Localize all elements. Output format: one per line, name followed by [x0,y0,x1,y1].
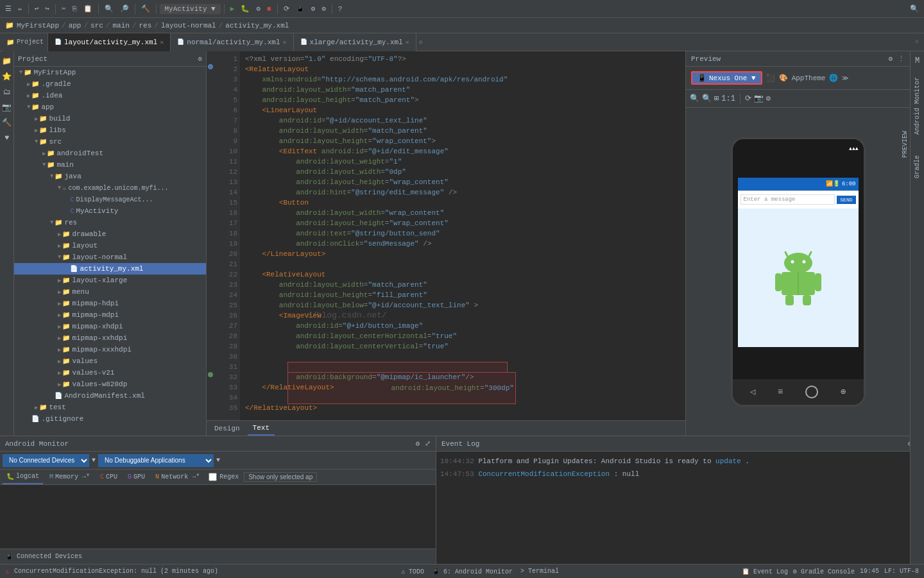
zoom-actual-icon[interactable]: 1:1 [721,94,735,103]
toolbar-activity-dropdown[interactable]: MyActivity ▼ [160,4,221,14]
tab-close-3[interactable]: ✕ [406,38,409,46]
show-only-selected-btn[interactable]: Show only selected ap [244,472,317,482]
toolbar-btn-cut[interactable]: ✂ [59,3,69,14]
tree-item-gitignore[interactable]: ▶ 📄 .gitignore [14,413,206,425]
breadcrumb-layout-normal[interactable]: layout-normal [161,22,216,30]
preview-settings-icon[interactable]: ⚙ [888,55,893,63]
tree-item-mipmap-xhdpi[interactable]: ▶ 📁 mipmap-xhdpi [14,321,206,332]
toolbar-btn-copy[interactable]: ⎘ [70,4,80,14]
breadcrumb-file[interactable]: activity_my.xml [225,22,289,30]
zoom-fit-icon[interactable]: ⊞ [714,94,719,103]
screenshot-icon[interactable]: 📷 [754,94,764,103]
todo-tab[interactable]: ⚠ TODO [401,568,424,575]
menu-icon[interactable]: ≡ [778,387,783,397]
locale-icon[interactable]: 🌐 [829,74,838,82]
tree-item-layout[interactable]: ▶ 📁 layout [14,240,206,251]
cpu-tab[interactable]: C CPU [96,470,121,484]
tree-item-src[interactable]: ▼ 📁 src [14,136,206,148]
app-dropdown-chevron[interactable]: ▼ [216,457,220,464]
editor-content[interactable]: 1234567891011121314151617181920212223242… [207,51,685,420]
zoom-in-icon[interactable]: 🔍 [690,94,699,103]
tab-text[interactable]: Text [248,421,275,436]
event-log-tab[interactable]: 📋 Event Log [742,568,788,575]
tab-normal-activity[interactable]: 📄 normal/activity_my.xml ✕ [171,33,293,51]
toolbar-btn-paste[interactable]: 📋 [81,3,95,14]
message-input[interactable]: Enter a message [740,194,835,205]
tree-item-build[interactable]: ▶ 📁 build [14,113,206,124]
tab-layout-activity[interactable]: 📄 layout/activity_my.xml ✕ [48,33,171,51]
preview-label[interactable]: PREVIEW [900,128,910,160]
tree-item-androidtest[interactable]: ▶ 📁 androidTest [14,148,206,159]
tree-item-activity-xml[interactable]: ▶ 📄 activity_my.xml [14,263,206,275]
toolbar-btn-debug[interactable]: 🐛 [238,3,252,14]
more-options-icon[interactable]: ≫ [842,74,848,82]
device-selector[interactable]: 📱 Nexus One ▼ [691,71,762,85]
tree-item-layout-xlarge[interactable]: ▶ 📁 layout-xlarge [14,275,206,286]
tree-item-mipmap-hdpi[interactable]: ▶ 📁 mipmap-hdpi [14,298,206,309]
tree-item-res[interactable]: ▼ 📁 res [14,217,206,228]
tree-item-gradle[interactable]: ▶ 📁 .gradle [14,78,206,90]
monitor-expand-icon[interactable]: ⤢ [425,439,431,448]
toolbar-icon-edit[interactable]: ✏ [15,3,25,14]
tree-item-main[interactable]: ▼ 📁 main [14,159,206,171]
breadcrumb-src[interactable]: src [90,22,103,30]
tab-design[interactable]: Design [209,421,245,436]
toolbar-btn-run[interactable]: ▶ [228,3,237,14]
tree-item-libs[interactable]: ▶ 📁 libs [14,124,206,136]
code-content[interactable]: <?xml version="1.0" encoding="UTF-8"?> <… [240,51,685,420]
side-favorites-icon[interactable]: ⭐ [0,69,14,83]
tree-item-layout-normal[interactable]: ▼ 📁 layout-normal [14,251,206,263]
breadcrumb-project[interactable]: MyFirstApp [17,22,59,30]
tree-item-myfirstapp[interactable]: ▼ 📁 MyFirstApp [14,67,206,78]
theme-icon[interactable]: 🎨 [779,74,788,82]
side-capture-icon[interactable]: 📷 [0,100,14,114]
terminal-tab[interactable]: > Terminal [520,568,559,575]
tree-item-menu[interactable]: ▶ 📁 menu [14,286,206,298]
event-update-link[interactable]: update [715,457,741,465]
settings-icon[interactable]: ⚙ [766,94,771,103]
toolbar-btn-avd[interactable]: 📱 [293,3,307,14]
tree-item-mipmap-xxxhdpi[interactable]: ▶ 📁 mipmap-xxxhdpi [14,344,206,355]
api-selector-icon[interactable]: ⬛ [766,74,775,82]
toolbar-btn-help[interactable]: ? [336,4,345,14]
tree-item-values[interactable]: ▶ 📁 values [14,355,206,367]
breadcrumb-app[interactable]: app [69,22,81,30]
tree-item-values-v21[interactable]: ▶ 📁 values-v21 [14,367,206,378]
tree-item-test[interactable]: ▶ 📁 test [14,402,206,413]
gradle-side-label[interactable]: Gradle [914,153,921,181]
maven-icon[interactable]: M [911,54,925,68]
gradle-console-tab[interactable]: ⚙ Gradle Console [793,568,855,575]
tree-item-app[interactable]: ▼ 📁 app [14,101,206,113]
toolbar-btn-sdk[interactable]: ⚙ [309,3,318,14]
logcat-tab[interactable]: 🐛 logcat [3,470,43,484]
toolbar-btn-build[interactable]: 🔨 [139,3,153,14]
tab-close-2[interactable]: ✕ [283,38,287,46]
toolbar-btn-redo[interactable]: ↪ [42,3,52,14]
toolbar-btn-undo[interactable]: ↩ [32,3,42,14]
app-selector-dropdown[interactable]: No Debuggable Applications [98,454,214,467]
dropdown-chevron[interactable]: ▼ [92,457,96,464]
memory-tab[interactable]: M Memory →* [46,470,94,484]
toolbar-btn-find2[interactable]: 🔎 [117,3,132,14]
toolbar-btn-settings[interactable]: ⚙ [319,3,329,14]
back-icon[interactable]: ◁ [750,386,755,397]
gpu-tab[interactable]: G GPU [124,470,149,484]
tree-item-drawable[interactable]: ▶ 📁 drawable [14,228,206,240]
android-monitor-tab[interactable]: 📱 6: Android Monitor [432,568,513,575]
network-tab[interactable]: N Network →* [151,470,203,484]
side-project-icon[interactable]: 📁 [0,54,14,68]
sidebar-gear-icon[interactable]: ⚙ [198,55,202,63]
monitor-settings-icon[interactable]: ⚙ [415,439,420,448]
tree-item-mipmap-xxhdpi[interactable]: ▶ 📁 mipmap-xxhdpi [14,332,206,344]
refresh-icon[interactable]: ⟳ [745,94,751,103]
toolbar-btn-attach[interactable]: ⚙ [253,3,263,14]
tree-item-displaymessage[interactable]: ▶ C DisplayMessageAct... [14,194,206,205]
side-structure-icon[interactable]: 🗂 [0,85,14,99]
toolbar-btn-sync[interactable]: ⟳ [281,3,292,14]
tab-xlarge-activity[interactable]: 📄 xlarge/activity_my.xml ✕ [294,33,416,51]
tree-item-java[interactable]: ▼ 📁 java [14,171,206,182]
device-selector-dropdown[interactable]: No Connected Devices [3,454,89,467]
search-phone-icon[interactable]: ⊕ [841,386,846,397]
zoom-out-icon[interactable]: 🔍 [702,94,712,103]
toolbar-btn-stop[interactable]: ■ [264,4,274,14]
